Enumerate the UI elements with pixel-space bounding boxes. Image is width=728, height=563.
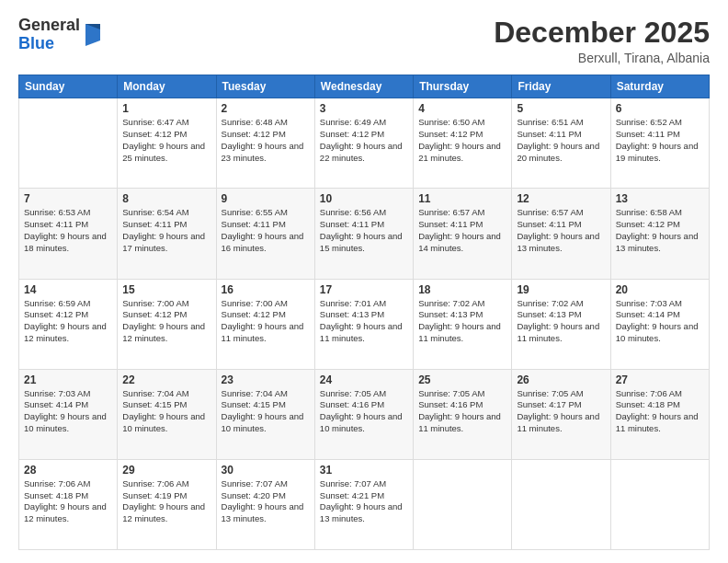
day-info: Sunrise: 6:47 AMSunset: 4:12 PMDaylight:…	[122, 117, 205, 162]
day-info: Sunrise: 6:52 AMSunset: 4:11 PMDaylight:…	[616, 117, 699, 162]
header: General Blue December 2025 Berxull, Tira…	[18, 17, 710, 65]
table-row: 1Sunrise: 6:47 AMSunset: 4:12 PMDaylight…	[118, 98, 216, 189]
day-info: Sunrise: 6:49 AMSunset: 4:12 PMDaylight:…	[320, 117, 403, 162]
day-number: 27	[616, 373, 704, 386]
day-number: 10	[320, 192, 408, 205]
day-info: Sunrise: 7:00 AMSunset: 4:12 PMDaylight:…	[122, 298, 205, 343]
day-info: Sunrise: 6:57 AMSunset: 4:11 PMDaylight:…	[517, 207, 599, 252]
table-row: 4Sunrise: 6:50 AMSunset: 4:12 PMDaylight…	[414, 98, 512, 189]
table-row: 17Sunrise: 7:01 AMSunset: 4:13 PMDayligh…	[314, 279, 413, 369]
day-info: Sunrise: 7:05 AMSunset: 4:16 PMDaylight:…	[320, 388, 403, 433]
table-row: 26Sunrise: 7:05 AMSunset: 4:17 PMDayligh…	[512, 369, 610, 459]
day-info: Sunrise: 7:02 AMSunset: 4:13 PMDaylight:…	[517, 298, 599, 343]
logo-icon	[82, 20, 102, 46]
table-row: 24Sunrise: 7:05 AMSunset: 4:16 PMDayligh…	[314, 369, 413, 459]
table-row: 5Sunrise: 6:51 AMSunset: 4:11 PMDaylight…	[512, 98, 610, 189]
table-row: 31Sunrise: 7:07 AMSunset: 4:21 PMDayligh…	[314, 459, 413, 549]
table-row: 30Sunrise: 7:07 AMSunset: 4:20 PMDayligh…	[216, 459, 314, 549]
day-info: Sunrise: 6:54 AMSunset: 4:11 PMDaylight:…	[122, 207, 205, 252]
col-thursday: Thursday	[414, 75, 512, 98]
table-row: 11Sunrise: 6:57 AMSunset: 4:11 PMDayligh…	[414, 189, 512, 279]
day-number: 14	[24, 283, 112, 296]
logo: General Blue	[18, 17, 102, 53]
day-number: 5	[517, 102, 605, 115]
day-number: 21	[24, 373, 112, 386]
col-tuesday: Tuesday	[216, 75, 314, 98]
day-info: Sunrise: 7:06 AMSunset: 4:18 PMDaylight:…	[24, 478, 107, 523]
col-friday: Friday	[512, 75, 610, 98]
table-row	[610, 459, 709, 549]
col-wednesday: Wednesday	[314, 75, 413, 98]
day-number: 17	[320, 283, 408, 296]
table-row: 12Sunrise: 6:57 AMSunset: 4:11 PMDayligh…	[512, 189, 610, 279]
table-row: 18Sunrise: 7:02 AMSunset: 4:13 PMDayligh…	[414, 279, 512, 369]
logo-text: General Blue	[18, 17, 80, 53]
day-info: Sunrise: 7:01 AMSunset: 4:13 PMDaylight:…	[320, 298, 403, 343]
calendar-week-row: 14Sunrise: 6:59 AMSunset: 4:12 PMDayligh…	[19, 279, 710, 369]
day-number: 31	[320, 464, 408, 477]
calendar-week-row: 1Sunrise: 6:47 AMSunset: 4:12 PMDaylight…	[19, 98, 710, 189]
day-info: Sunrise: 7:07 AMSunset: 4:20 PMDaylight:…	[222, 478, 304, 523]
table-row: 14Sunrise: 6:59 AMSunset: 4:12 PMDayligh…	[19, 279, 118, 369]
table-row	[414, 459, 512, 549]
table-row	[512, 459, 610, 549]
table-row: 15Sunrise: 7:00 AMSunset: 4:12 PMDayligh…	[118, 279, 216, 369]
calendar-header-row: Sunday Monday Tuesday Wednesday Thursday…	[19, 75, 710, 98]
day-info: Sunrise: 7:03 AMSunset: 4:14 PMDaylight:…	[616, 298, 699, 343]
day-number: 6	[616, 102, 704, 115]
day-number: 26	[517, 373, 605, 386]
day-number: 4	[418, 102, 506, 115]
table-row: 10Sunrise: 6:56 AMSunset: 4:11 PMDayligh…	[314, 189, 413, 279]
day-number: 16	[222, 283, 310, 296]
day-info: Sunrise: 6:48 AMSunset: 4:12 PMDaylight:…	[222, 117, 304, 162]
day-info: Sunrise: 7:05 AMSunset: 4:17 PMDaylight:…	[517, 388, 599, 433]
day-info: Sunrise: 7:03 AMSunset: 4:14 PMDaylight:…	[24, 388, 107, 433]
day-info: Sunrise: 6:59 AMSunset: 4:12 PMDaylight:…	[24, 298, 107, 343]
table-row: 25Sunrise: 7:05 AMSunset: 4:16 PMDayligh…	[414, 369, 512, 459]
table-row: 3Sunrise: 6:49 AMSunset: 4:12 PMDaylight…	[314, 98, 413, 189]
day-info: Sunrise: 7:02 AMSunset: 4:13 PMDaylight:…	[418, 298, 501, 343]
table-row: 13Sunrise: 6:58 AMSunset: 4:12 PMDayligh…	[610, 189, 709, 279]
day-number: 2	[222, 102, 310, 115]
col-sunday: Sunday	[19, 75, 118, 98]
day-number: 30	[222, 464, 310, 477]
day-number: 12	[517, 192, 605, 205]
day-info: Sunrise: 7:06 AMSunset: 4:18 PMDaylight:…	[616, 388, 699, 433]
day-info: Sunrise: 6:51 AMSunset: 4:11 PMDaylight:…	[517, 117, 599, 162]
day-info: Sunrise: 7:04 AMSunset: 4:15 PMDaylight:…	[122, 388, 205, 433]
table-row: 27Sunrise: 7:06 AMSunset: 4:18 PMDayligh…	[610, 369, 709, 459]
day-info: Sunrise: 6:53 AMSunset: 4:11 PMDaylight:…	[24, 207, 107, 252]
table-row: 6Sunrise: 6:52 AMSunset: 4:11 PMDaylight…	[610, 98, 709, 189]
page: General Blue December 2025 Berxull, Tira…	[0, 0, 728, 563]
day-number: 18	[418, 283, 506, 296]
day-info: Sunrise: 6:55 AMSunset: 4:11 PMDaylight:…	[222, 207, 304, 252]
day-number: 8	[122, 192, 210, 205]
col-saturday: Saturday	[610, 75, 709, 98]
table-row: 29Sunrise: 7:06 AMSunset: 4:19 PMDayligh…	[118, 459, 216, 549]
day-number: 29	[122, 464, 210, 477]
table-row: 21Sunrise: 7:03 AMSunset: 4:14 PMDayligh…	[19, 369, 118, 459]
table-row: 7Sunrise: 6:53 AMSunset: 4:11 PMDaylight…	[19, 189, 118, 279]
day-number: 9	[222, 192, 310, 205]
table-row: 8Sunrise: 6:54 AMSunset: 4:11 PMDaylight…	[118, 189, 216, 279]
day-number: 20	[616, 283, 704, 296]
day-info: Sunrise: 6:56 AMSunset: 4:11 PMDaylight:…	[320, 207, 403, 252]
day-number: 15	[122, 283, 210, 296]
day-number: 7	[24, 192, 112, 205]
calendar-week-row: 7Sunrise: 6:53 AMSunset: 4:11 PMDaylight…	[19, 189, 710, 279]
day-info: Sunrise: 7:07 AMSunset: 4:21 PMDaylight:…	[320, 478, 403, 523]
day-number: 24	[320, 373, 408, 386]
day-info: Sunrise: 6:58 AMSunset: 4:12 PMDaylight:…	[616, 207, 699, 252]
day-number: 25	[418, 373, 506, 386]
table-row: 23Sunrise: 7:04 AMSunset: 4:15 PMDayligh…	[216, 369, 314, 459]
day-number: 3	[320, 102, 408, 115]
subtitle: Berxull, Tirana, Albania	[494, 51, 710, 65]
day-number: 22	[122, 373, 210, 386]
day-info: Sunrise: 7:00 AMSunset: 4:12 PMDaylight:…	[222, 298, 304, 343]
month-title: December 2025	[494, 17, 710, 49]
day-info: Sunrise: 7:06 AMSunset: 4:19 PMDaylight:…	[122, 478, 205, 523]
calendar-week-row: 21Sunrise: 7:03 AMSunset: 4:14 PMDayligh…	[19, 369, 710, 459]
day-number: 23	[222, 373, 310, 386]
table-row: 19Sunrise: 7:02 AMSunset: 4:13 PMDayligh…	[512, 279, 610, 369]
table-row: 2Sunrise: 6:48 AMSunset: 4:12 PMDaylight…	[216, 98, 314, 189]
